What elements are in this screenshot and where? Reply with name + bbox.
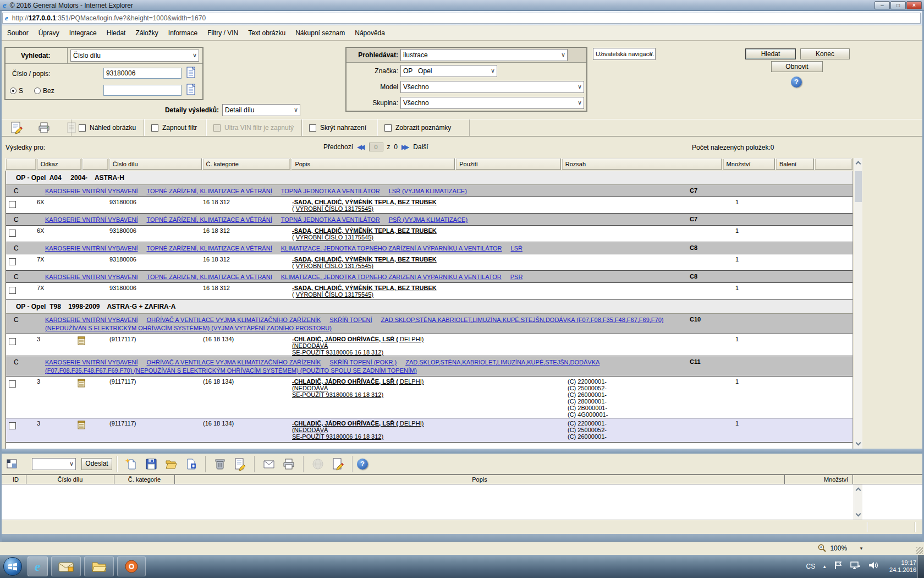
- znacka-select[interactable]: OP Opel∨: [400, 65, 497, 77]
- part-checkbox[interactable]: [9, 380, 16, 388]
- send-target-select[interactable]: ∨: [32, 458, 76, 470]
- checkbox[interactable]: [309, 124, 316, 132]
- part-checkbox[interactable]: [9, 422, 16, 429]
- close-button[interactable]: ×: [906, 1, 922, 9]
- category-link[interactable]: LSŘ (VYJMA KLIMATIZACE): [389, 188, 467, 194]
- mail-icon[interactable]: [262, 457, 276, 471]
- category-link[interactable]: OHŘÍVAČ A VENTILACE VYJMA KLIMATIZAČNÍHO…: [147, 359, 321, 366]
- category-link[interactable]: SKŘÍŇ TOPENÍ: [329, 317, 372, 323]
- checkbox[interactable]: [151, 124, 158, 132]
- edit-list-icon[interactable]: [233, 457, 246, 471]
- note-icon[interactable]: [78, 336, 86, 346]
- predchozi-label[interactable]: Předchozí: [323, 143, 353, 151]
- description-link[interactable]: VÝROBNÍ ČÍSLO 13175545): [296, 234, 373, 241]
- navigation-select[interactable]: Uživatelská navigace.∨: [593, 48, 656, 60]
- minimize-button[interactable]: –: [875, 1, 890, 9]
- bottom-header-popis[interactable]: Popis: [175, 475, 785, 484]
- bottom-scrollbar[interactable]: [854, 484, 862, 520]
- description-link[interactable]: SE-POUŽÍT 93180006 16 18 312): [292, 433, 383, 440]
- taskbar-mail-button[interactable]: [51, 557, 81, 576]
- taskbar-clock[interactable]: 19:17 24.1.2016: [889, 559, 916, 574]
- panel-toggle-icon[interactable]: [6, 457, 19, 471]
- model-select[interactable]: Všechno∨: [400, 81, 584, 93]
- results-header-rozsah[interactable]: Rozsah: [562, 158, 722, 170]
- description-link[interactable]: VÝROBNÍ ČÍSLO 13175545): [296, 263, 373, 269]
- menu-item--pravy[interactable]: Úpravy: [34, 27, 64, 39]
- part-checkbox[interactable]: [9, 258, 16, 265]
- description-link[interactable]: VÝROBNÍ ČÍSLO 13175545): [296, 291, 373, 298]
- menu-item-filtry-vin[interactable]: Filtry / VIN: [202, 27, 243, 39]
- category-link[interactable]: KAROSERIE VNITRNI VYBAVENI: [45, 274, 138, 280]
- scrollbar-thumb[interactable]: [855, 171, 862, 202]
- scroll-up-icon[interactable]: [856, 488, 861, 493]
- print-icon[interactable]: [37, 121, 51, 134]
- bottom-header--kategorie[interactable]: Č. kategorie: [114, 475, 175, 484]
- part-checkbox[interactable]: [9, 287, 16, 294]
- scroll-up-icon[interactable]: [856, 161, 861, 167]
- dalsi-label[interactable]: Další: [413, 143, 428, 151]
- results-header-odkaz[interactable]: Odkaz: [37, 158, 81, 170]
- results-scrollbar[interactable]: [854, 158, 862, 449]
- results-header--slo-d-lu[interactable]: Číslo dílu: [109, 158, 202, 170]
- next-page-icon[interactable]: ▶▶: [402, 143, 409, 151]
- part-checkbox[interactable]: [9, 338, 16, 345]
- maximize-button[interactable]: □: [890, 1, 906, 9]
- checkbox[interactable]: [384, 124, 392, 132]
- part-number-list-icon[interactable]: [186, 67, 196, 79]
- category-link[interactable]: TOPNÁ JEDNOTKA A VENTILÁTOR: [281, 216, 380, 223]
- category-link[interactable]: KAROSERIE VNITŘNÍ VYBAVENÍ: [45, 216, 138, 223]
- network-icon[interactable]: [850, 561, 861, 572]
- category-link[interactable]: KAROSERIE VNITŘNÍ VYBAVENÍ: [45, 188, 138, 194]
- start-button[interactable]: [3, 557, 22, 576]
- note-icon[interactable]: [78, 378, 86, 389]
- category-link[interactable]: KLIMATIZACE, JEDNOTKA TOPNEHO ZARIZENI A…: [281, 274, 502, 280]
- category-link[interactable]: KAROSERIE VNITŘNÍ VYBAVENÍ: [45, 359, 138, 366]
- radio-bez[interactable]: Bez: [34, 87, 54, 95]
- part-checkbox[interactable]: [9, 230, 16, 237]
- results-header-blank[interactable]: [82, 158, 108, 170]
- tray-expand-icon[interactable]: ▲: [822, 564, 827, 569]
- zoom-caret-icon[interactable]: ▼: [859, 546, 864, 551]
- hledat-button[interactable]: Hledat: [745, 48, 796, 59]
- second-number-list-icon[interactable]: [186, 84, 196, 96]
- action-center-icon[interactable]: [834, 560, 843, 572]
- scroll-down-icon[interactable]: [856, 511, 861, 517]
- zoom-control[interactable]: 100% ▼: [818, 544, 864, 553]
- menu-item-informace[interactable]: Informace: [163, 27, 202, 39]
- results-header-popis[interactable]: Popis: [291, 158, 455, 170]
- obnovit-button[interactable]: Obnovit: [771, 61, 823, 72]
- bottom-header--slo-d-lu[interactable]: Číslo dílu: [26, 475, 114, 484]
- url-field[interactable]: e http://127.0.0.1:351/PQMace/login.fve?…: [2, 13, 921, 24]
- menu-item-hledat[interactable]: Hledat: [102, 27, 131, 39]
- description-link[interactable]: VÝROBNÍ ČÍSLO 13175545): [296, 205, 373, 212]
- category-link[interactable]: TOPNÉ ZAŘÍZENÍ, KLIMATIZACE A VĚTRÁNÍ: [147, 245, 272, 252]
- category-link[interactable]: PSR: [510, 274, 523, 280]
- open-folder-icon[interactable]: [164, 457, 178, 471]
- radio-s[interactable]: S: [10, 87, 23, 95]
- category-link[interactable]: TOPNÉ ZAŘÍZENÍ, KLIMATIZACE A VĚTRÁNÍ: [147, 188, 272, 194]
- category-link[interactable]: SKŘÍŇ TOPENÍ (POKR.): [329, 359, 397, 366]
- results-header--kategorie[interactable]: Č. kategorie: [202, 158, 291, 170]
- taskbar-media-button[interactable]: [117, 557, 146, 576]
- category-link[interactable]: TOPNÉ ZAŘÍZENÍ, KLIMATIZACE A VĚTRÁNÍ: [147, 216, 272, 223]
- scroll-down-icon[interactable]: [856, 440, 861, 446]
- help-icon[interactable]: ?: [791, 77, 802, 88]
- results-header-blank[interactable]: [815, 158, 853, 170]
- bottom-header-id[interactable]: ID: [6, 475, 26, 484]
- show-desktop-button[interactable]: [917, 555, 924, 578]
- edit-note-icon[interactable]: [10, 121, 23, 134]
- part-number-input[interactable]: 93180006: [103, 68, 182, 79]
- category-link[interactable]: TOPNÁ JEDNOTKA A VENTILÁTOR: [281, 188, 380, 194]
- menu-item-text-obr-zku[interactable]: Text obrázku: [243, 27, 290, 39]
- results-header-pou-it-[interactable]: Použití: [455, 158, 561, 170]
- konec-button[interactable]: Konec: [800, 48, 850, 59]
- previous-page-icon[interactable]: ◀◀: [357, 143, 365, 151]
- skupina-select[interactable]: Všechno∨: [400, 97, 584, 109]
- pane-splitter[interactable]: [0, 449, 924, 454]
- odeslat-button[interactable]: Odeslat: [81, 458, 112, 470]
- part-checkbox[interactable]: [9, 201, 16, 208]
- volume-icon[interactable]: [868, 561, 879, 572]
- category-link[interactable]: KLIMATIZACE, JEDNOTKA TOPNÉHO ZAŘÍZENÍ A…: [281, 245, 502, 252]
- category-link[interactable]: PSŘ (VYJMA KLIMATIZACE): [389, 216, 468, 223]
- delete-icon[interactable]: [213, 457, 227, 471]
